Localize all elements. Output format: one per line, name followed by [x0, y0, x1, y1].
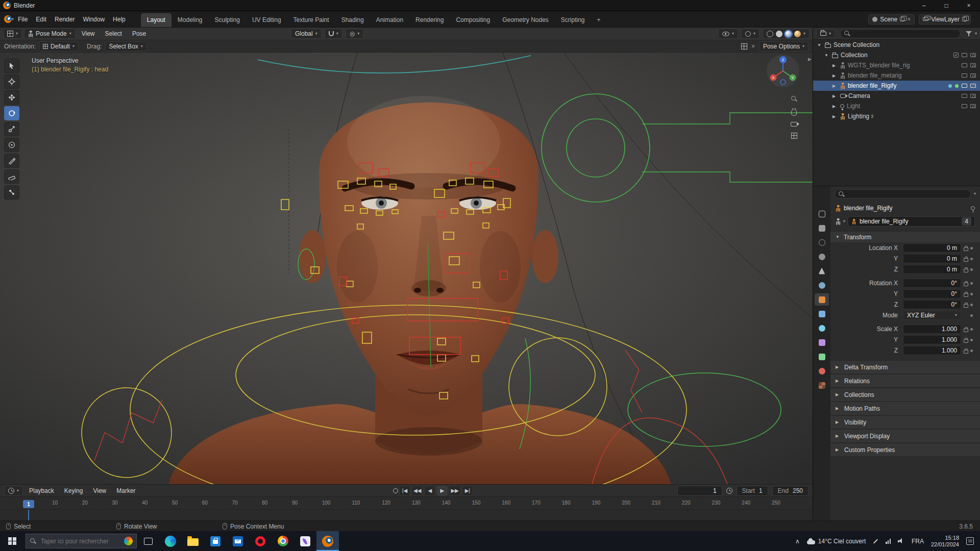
menu-select[interactable]: Select — [101, 29, 126, 38]
tab-uv-editing[interactable]: UV Editing — [246, 13, 287, 27]
menu-render[interactable]: Render — [51, 15, 79, 24]
menu-edit[interactable]: Edit — [32, 15, 51, 24]
outliner-row-light[interactable]: ▶ Light — [813, 101, 980, 111]
lock-icon[interactable] — [964, 350, 968, 354]
play-reverse-button[interactable]: ◀ — [424, 486, 435, 496]
animate-dot[interactable] — [970, 339, 973, 341]
weather-widget[interactable]: 14°C Ciel couvert — [807, 538, 866, 545]
animate-dot[interactable] — [970, 328, 973, 331]
new-scene-icon[interactable] — [900, 17, 904, 21]
tab-sculpting[interactable]: Sculpting — [209, 13, 246, 27]
menu-keying[interactable]: Keying — [60, 486, 87, 495]
lock-icon[interactable] — [964, 283, 968, 286]
outliner-row-camera[interactable]: ▶ Camera — [813, 91, 980, 101]
tab-modifiers[interactable] — [815, 308, 829, 320]
users-count[interactable]: 4 — [962, 217, 971, 226]
render-visibility-icon[interactable] — [970, 73, 976, 78]
rotation-y-field[interactable]: 0° — [903, 289, 961, 298]
outliner-search[interactable] — [840, 29, 961, 38]
lock-icon[interactable] — [964, 293, 968, 297]
tab-material[interactable] — [815, 365, 829, 377]
overlays-dropdown[interactable]: ▾ — [741, 29, 760, 39]
viewport-visibility-icon[interactable] — [962, 73, 967, 78]
transform-tool[interactable] — [4, 138, 19, 152]
keying-clock-icon[interactable] — [726, 488, 732, 494]
lock-icon[interactable] — [964, 258, 968, 262]
zoom-icon[interactable] — [791, 95, 797, 102]
viewport-visibility-icon[interactable] — [962, 53, 967, 57]
taskbar-search[interactable] — [26, 534, 137, 548]
menu-timeline-view[interactable]: View — [89, 486, 110, 495]
menu-file[interactable]: File — [14, 15, 32, 24]
end-frame-field[interactable]: End 250 — [772, 486, 808, 496]
location-x-field[interactable]: 0 m — [903, 243, 961, 253]
lock-icon[interactable] — [964, 329, 968, 332]
taskbar-file-explorer[interactable] — [182, 531, 204, 551]
tab-output[interactable] — [815, 236, 829, 248]
tab-object[interactable] — [815, 293, 829, 306]
maximize-button[interactable]: □ — [935, 0, 958, 11]
render-visibility-icon[interactable] — [970, 53, 976, 57]
tab-geometry-nodes[interactable]: Geometry Nodes — [496, 13, 555, 27]
tab-physics[interactable] — [815, 322, 829, 334]
disclosure-icon[interactable]: ▼ — [817, 43, 822, 47]
fallback-tool-icon[interactable] — [741, 43, 747, 49]
disclosure-icon[interactable]: ▶ — [832, 73, 838, 78]
filter-icon[interactable] — [966, 31, 972, 37]
pin-icon[interactable] — [971, 206, 975, 210]
material-preview-icon[interactable] — [785, 31, 792, 37]
new-viewlayer-icon[interactable] — [962, 17, 967, 21]
outliner-row-wgts-rig[interactable]: ▶ WGTS_blender file_rig — [813, 60, 980, 70]
current-frame-field[interactable]: 1 — [677, 486, 722, 496]
pan-hand-icon[interactable] — [791, 110, 797, 116]
animate-dot[interactable] — [970, 304, 973, 306]
shading-mode-group[interactable]: ▾ — [763, 29, 810, 39]
outliner-row-metarig[interactable]: ▶ blender file_metarig — [813, 70, 980, 81]
animate-dot[interactable] — [970, 282, 973, 285]
viewlayer-selector[interactable]: ViewLayer — [919, 14, 971, 24]
rotation-mode-dropdown[interactable]: XYZ Euler▾ — [903, 311, 961, 320]
animate-dot[interactable] — [970, 349, 973, 352]
viewport-visibility-icon[interactable] — [962, 104, 967, 108]
tab-modeling[interactable]: Modeling — [172, 13, 209, 27]
tab-shading[interactable]: Shading — [335, 13, 370, 27]
transform-orientation-dropdown[interactable]: Global ▾ — [291, 29, 322, 39]
tab-animation[interactable]: Animation — [370, 13, 409, 27]
navigation-gizmo[interactable]: Z X Y — [767, 55, 799, 87]
tab-object-data[interactable] — [815, 350, 829, 363]
location-z-field[interactable]: 0 m — [903, 265, 961, 274]
viewport-canvas[interactable] — [0, 53, 813, 484]
drag-dropdown[interactable]: Select Box ▾ — [105, 41, 146, 52]
menu-playback[interactable]: Playback — [25, 486, 58, 495]
mode-selector[interactable]: Pose Mode ▾ — [24, 29, 76, 39]
blender-menu-icon[interactable] — [4, 15, 12, 23]
scale-z-field[interactable]: 1.000 — [903, 346, 961, 355]
taskbar-edge[interactable] — [159, 531, 182, 551]
tab-layout[interactable]: Layout — [141, 13, 172, 27]
toggle-grid-icon[interactable] — [791, 133, 797, 139]
volume-icon[interactable] — [898, 538, 904, 544]
disclosure-icon[interactable]: ▶ — [832, 104, 838, 109]
minimize-button[interactable]: – — [913, 0, 935, 11]
menu-pose[interactable]: Pose — [128, 29, 150, 38]
task-view-button[interactable] — [137, 531, 159, 551]
network-icon[interactable] — [886, 539, 891, 544]
close-icon[interactable]: × — [751, 43, 755, 50]
tab-render[interactable] — [815, 222, 829, 234]
viewport-visibility-icon[interactable] — [962, 84, 967, 88]
taskbar-screenshot-tool[interactable] — [294, 531, 316, 551]
orientation-dropdown[interactable]: Default ▾ — [39, 41, 79, 52]
jump-to-start-button[interactable]: |◀ — [399, 486, 410, 496]
tab-texture-paint[interactable]: Texture Paint — [287, 13, 335, 27]
close-button[interactable]: × — [958, 0, 980, 11]
animate-dot[interactable] — [970, 314, 973, 317]
viewport-visibility-icon[interactable] — [962, 63, 967, 67]
disclosure-icon[interactable]: ▶ — [832, 94, 838, 98]
playhead-line[interactable] — [28, 510, 29, 520]
disclosure-icon[interactable]: ▼ — [824, 53, 829, 58]
scale-y-field[interactable]: 1.000 — [903, 335, 961, 344]
menu-marker[interactable]: Marker — [112, 486, 139, 495]
sidebar-toggle-icon[interactable]: ▶ — [808, 57, 812, 62]
panel-relations[interactable]: ▶Relations — [830, 374, 980, 387]
3d-viewport[interactable]: User Perspective (1) blender file_Rigify… — [0, 53, 813, 484]
